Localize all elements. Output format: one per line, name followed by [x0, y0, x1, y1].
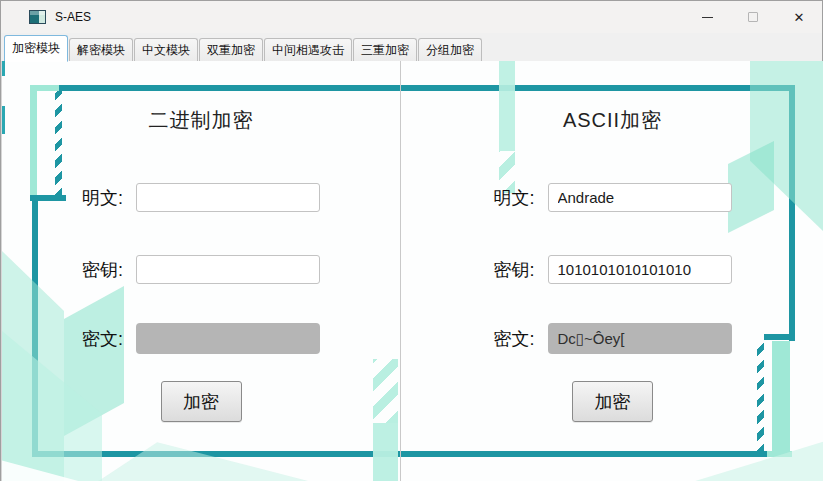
ascii-encrypt-button[interactable]: 加密	[572, 381, 653, 422]
minimize-button[interactable]	[684, 1, 730, 33]
binary-cipher-row: 密文:	[2, 323, 400, 354]
ascii-plaintext-row: 明文:	[400, 183, 823, 212]
app-icon	[29, 10, 46, 24]
ascii-encrypt-panel: ASCII加密 明文: 密钥: 密文: Dc▯~Ôey[ 加密	[400, 61, 823, 481]
close-icon: ✕	[794, 10, 805, 25]
binary-cipher-label: 密文:	[82, 327, 123, 351]
ascii-cipher-label: 密文:	[493, 327, 534, 351]
binary-button-row: 加密	[2, 381, 400, 422]
tab-page-content: 二进制加密 明文: 密钥: 密文: 加密 ASCII加密 明文:	[1, 61, 823, 481]
tab-decrypt-module[interactable]: 解密模块	[69, 38, 133, 61]
binary-key-input[interactable]	[136, 255, 320, 284]
binary-panel-title: 二进制加密	[2, 107, 400, 134]
ascii-key-row: 密钥:	[400, 255, 823, 284]
window-controls: ✕	[684, 1, 822, 33]
maximize-icon	[748, 12, 758, 22]
binary-cipher-output	[136, 323, 320, 354]
binary-key-label: 密钥:	[82, 258, 123, 282]
tab-chinese-module[interactable]: 中文模块	[134, 38, 198, 61]
ascii-plaintext-label: 明文:	[493, 186, 534, 210]
title-bar: S-AES ✕	[1, 1, 822, 33]
binary-plaintext-label: 明文:	[82, 186, 123, 210]
maximize-button[interactable]	[730, 1, 776, 33]
close-button[interactable]: ✕	[776, 1, 822, 33]
tab-double-encrypt[interactable]: 双重加密	[199, 38, 263, 61]
binary-encrypt-panel: 二进制加密 明文: 密钥: 密文: 加密	[2, 61, 400, 481]
tab-meet-in-middle-attack[interactable]: 中间相遇攻击	[264, 38, 352, 61]
app-window: S-AES ✕ 加密模块 解密模块 中文模块 双重加密 中间相遇攻击 三重加密 …	[0, 0, 823, 481]
ascii-key-input[interactable]	[548, 255, 732, 284]
ascii-panel-title: ASCII加密	[400, 107, 823, 134]
window-title: S-AES	[55, 10, 91, 24]
ascii-button-row: 加密	[400, 381, 823, 422]
binary-key-row: 密钥:	[2, 255, 400, 284]
ascii-key-label: 密钥:	[493, 258, 534, 282]
binary-encrypt-button[interactable]: 加密	[161, 381, 242, 422]
tab-bar: 加密模块 解密模块 中文模块 双重加密 中间相遇攻击 三重加密 分组加密	[1, 33, 822, 61]
tab-triple-encrypt[interactable]: 三重加密	[353, 38, 417, 61]
binary-plaintext-row: 明文:	[2, 183, 400, 212]
ascii-cipher-output: Dc▯~Ôey[	[548, 323, 732, 354]
tab-encrypt-module[interactable]: 加密模块	[4, 35, 68, 62]
binary-plaintext-input[interactable]	[136, 183, 320, 212]
ascii-plaintext-input[interactable]	[548, 183, 732, 212]
ascii-cipher-row: 密文: Dc▯~Ôey[	[400, 323, 823, 354]
minimize-icon	[702, 17, 713, 18]
tab-block-encrypt[interactable]: 分组加密	[418, 38, 482, 61]
